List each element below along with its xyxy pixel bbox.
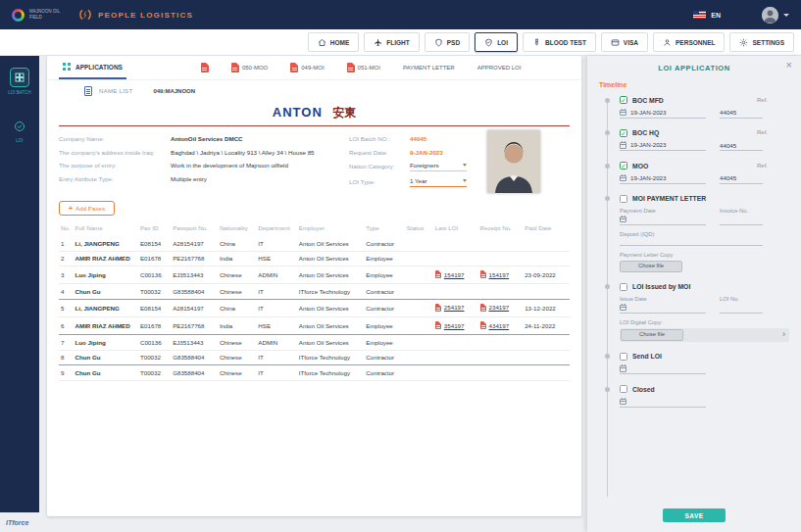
tab-personnel[interactable]: PERSONNEL — [653, 32, 725, 52]
loi-digital-copy-field: Chose file › — [620, 328, 789, 342]
field-label: Company Name: — [59, 135, 171, 143]
table-row[interactable]: 3Luo JipingC00136EJ3513443ChineseADMINAn… — [59, 266, 570, 284]
tab-blood-test[interactable]: BLOOD TEST — [523, 32, 596, 52]
pdf-icon — [347, 63, 355, 73]
tab-loi[interactable]: LOI — [475, 32, 518, 52]
last-loi-link[interactable]: 354197 — [435, 321, 465, 330]
field-value: AntonOil Services DMCC — [171, 135, 243, 143]
checkbox-moo[interactable]: ✓ — [620, 162, 627, 169]
user-avatar[interactable] — [762, 7, 778, 24]
checkbox-loi-issued[interactable] — [620, 283, 627, 291]
ref-input-boc-mfd[interactable]: 44045 — [720, 109, 763, 119]
doc-chip-049-moi[interactable]: 049-MOI — [290, 63, 324, 73]
timeline-label: Timeline — [599, 81, 801, 88]
checkbox-boc-mfd[interactable]: ✓ — [620, 96, 627, 104]
language-selector[interactable]: EN — [711, 12, 721, 19]
table-row[interactable]: 4Chun GuT00032G83588404ChineseITITforce … — [59, 284, 570, 300]
last-loi-link[interactable]: 154197 — [435, 270, 465, 279]
app-root: MAJNOON OIL FIELD PEOPLE LOGISTICS EN HO… — [0, 0, 801, 532]
applications-icon — [63, 63, 71, 71]
receipt-link[interactable]: 234197 — [480, 304, 510, 313]
receipt-link[interactable]: 434197 — [480, 321, 510, 330]
tab-label: BLOOD TEST — [545, 39, 586, 46]
tab-psd[interactable]: PSD — [425, 32, 470, 52]
receipt-link[interactable]: 154197 — [480, 270, 510, 279]
send-loi-date-input[interactable] — [620, 364, 706, 374]
checkbox-moi-payment-letter[interactable] — [620, 195, 627, 203]
tab-settings[interactable]: SETTINGS — [729, 32, 794, 52]
home-icon — [318, 38, 326, 47]
table-row[interactable]: 5Li, JIANGPENGE08154A28154197ChinaITAnto… — [59, 299, 570, 316]
language-flag-icon[interactable] — [693, 11, 706, 19]
chevron-right-icon[interactable]: › — [782, 330, 785, 339]
table-row[interactable]: 6AMIR RIAZ AHMEDE01678PE2167768IndiaHSEA… — [59, 316, 570, 334]
company-info: Company Name:AntonOil Services DMCC The … — [47, 126, 581, 193]
sidebar: LOI BATCH LOI — [0, 56, 39, 512]
table-row[interactable]: 9Chun GuT00032G83588404ChineseITITforce … — [59, 365, 570, 381]
field-label: Nation Category: — [349, 163, 410, 169]
field-label: The company's address inside Iraq: — [59, 149, 171, 157]
main-nav: HOME FLIGHT PSD LOI BLOOD TEST VISA PERS… — [0, 29, 801, 56]
pdf-icon — [231, 63, 239, 73]
check-icon: ✓ — [621, 163, 626, 169]
closed-date-input[interactable] — [620, 398, 706, 408]
pdf-icon — [435, 304, 442, 313]
check-icon: ✓ — [621, 130, 626, 137]
loi-application-panel: LOI APPLICATION × Timeline ✓ BOC MFD Ref… — [587, 56, 801, 532]
loi-batch-no: 44045 — [410, 135, 426, 142]
pdf-icon — [480, 270, 487, 279]
sidebar-item-loi-batch[interactable]: LOI BATCH — [8, 68, 30, 96]
chevron-down-icon[interactable] — [783, 14, 789, 17]
checkbox-closed[interactable] — [620, 385, 627, 393]
table-row[interactable]: 1Li, JIANGPENGE08154A28154197ChinaITAnto… — [59, 236, 570, 251]
tab-applications[interactable]: APPLICATIONS — [59, 56, 126, 79]
request-date: 9-JAN-2023 — [410, 149, 443, 156]
nation-category-select[interactable]: Foreigners — [410, 162, 467, 171]
checkbox-send-loi[interactable] — [620, 353, 627, 361]
payment-date-input[interactable] — [620, 216, 706, 225]
date-input-boc-mfd[interactable]: 19-JAN-2023 — [620, 109, 706, 119]
add-paxes-button[interactable]: + Add Paxes — [59, 201, 115, 216]
doc-chip-051-moi[interactable]: 051-MOI — [347, 63, 380, 73]
oilfield-logo-icon — [12, 9, 25, 22]
sidebar-item-loi[interactable]: LOI — [11, 118, 28, 144]
tab-home[interactable]: HOME — [308, 32, 360, 52]
name-list-label[interactable]: NAME LIST — [99, 88, 132, 94]
choose-file-button-loi[interactable]: Chose file — [621, 329, 683, 341]
field-value: Baghdad \ Jadriya \ Locality 913 \ Alley… — [171, 149, 315, 157]
timeline-step-moo: ✓ MOO Ref. 19-JAN-2023 44045 — [607, 162, 789, 184]
ref-input-boc-hq[interactable]: 44045 — [720, 142, 763, 152]
last-loi-link[interactable]: 254197 — [435, 304, 465, 313]
pdf-icon — [290, 63, 298, 73]
close-icon[interactable]: × — [786, 60, 792, 71]
field-label: LOI Type: — [349, 178, 410, 185]
table-row[interactable]: 7Luo JipingC00136EJ3513443ChineseADMINAn… — [59, 335, 570, 351]
issue-date-input[interactable] — [620, 304, 706, 314]
loi-no-input[interactable] — [720, 305, 763, 314]
table-row[interactable]: 8Chun GuT00032G83588404ChineseITITforce … — [59, 350, 570, 365]
invoice-no-input[interactable] — [720, 217, 763, 225]
doc-chip-050-moo[interactable]: 050-MOO — [231, 63, 268, 73]
id-card-icon — [611, 38, 620, 47]
date-input-moo[interactable]: 19-JAN-2023 — [620, 174, 706, 184]
loi-batch-card: APPLICATIONS 050-MOO 049-MOI 051-MOI PAY… — [47, 56, 581, 516]
payment-letter-button[interactable]: PAYMENT LETTER — [403, 65, 455, 71]
approved-loi-button[interactable]: APPROVED LOI — [477, 65, 522, 71]
pdf-document-button[interactable] — [201, 63, 209, 73]
tab-label: APPLICATIONS — [75, 64, 123, 71]
choose-file-button-payment[interactable]: Chose file — [620, 261, 682, 272]
tab-visa[interactable]: VISA — [601, 32, 648, 52]
name-list-row: NAME LIST 049:MAJNOON — [47, 80, 581, 101]
loi-type-select[interactable]: 1 Year — [410, 177, 467, 187]
timeline-step-moi-payment-letter: MOI PAYMENT LETTER Payment DateInvoice N… — [607, 195, 789, 272]
table-row[interactable]: 2AMIR RIAZ AHMEDE01678PE2167768IndiaHSEA… — [59, 251, 570, 266]
pdf-icon — [435, 321, 442, 330]
save-button[interactable]: SAVE — [663, 508, 726, 522]
pdf-icon — [201, 63, 209, 73]
date-input-boc-hq[interactable]: 19-JAN-2023 — [620, 141, 706, 151]
deposit-input[interactable] — [620, 237, 763, 246]
checkbox-boc-hq[interactable]: ✓ — [620, 129, 627, 137]
tab-flight[interactable]: FLIGHT — [364, 32, 419, 52]
card-toolbar: APPLICATIONS 050-MOO 049-MOI 051-MOI PAY… — [47, 56, 581, 80]
ref-input-moo[interactable]: 44045 — [720, 174, 763, 184]
